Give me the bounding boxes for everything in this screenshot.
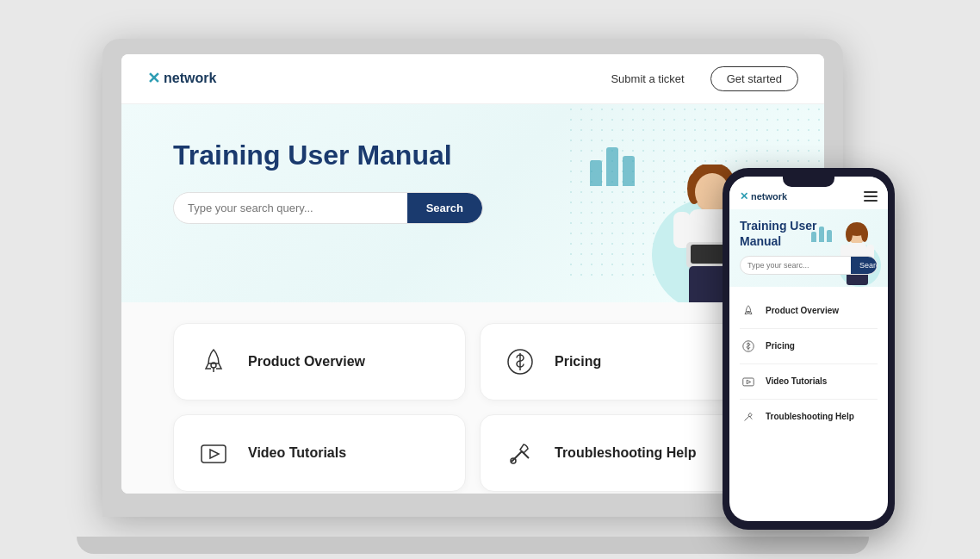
phone-woman-illustration [834, 222, 881, 287]
laptop-device: ✕ network Submit a ticket Get started Tr… [102, 39, 878, 538]
laptop-base [77, 537, 869, 554]
chart-bar-3 [623, 156, 635, 186]
phone-notch [783, 177, 834, 187]
logo-icon: ✕ [147, 69, 160, 88]
phone-list-label-troubleshooting: Troubleshooting Help [766, 412, 854, 421]
phone-list-item-video-tutorials[interactable]: Video Tutorials [740, 364, 878, 400]
hero-section: Training User Manual Search [121, 104, 824, 302]
phone-list-item-product-overview[interactable]: Product Overview [740, 294, 878, 329]
phone-woman-svg [834, 222, 881, 287]
phone-rocket-icon [740, 302, 757, 320]
cards-grid: Product Overview Pricing [121, 302, 824, 494]
phone-search-button[interactable]: Search [851, 257, 878, 274]
svg-rect-6 [673, 212, 691, 248]
phone-list-label-video-tutorials: Video Tutorials [766, 376, 827, 386]
nav-links: Submit a ticket Get started [611, 66, 798, 91]
card-product-overview[interactable]: Product Overview [173, 323, 466, 401]
phone-hero: Training User Manual Search [729, 209, 888, 287]
phone-logo-text: network [751, 191, 787, 202]
phone-list-label-product-overview: Product Overview [766, 306, 839, 315]
hamburger-menu-icon[interactable] [864, 191, 878, 202]
phone-logo: ✕ network [740, 190, 787, 202]
tools-icon [501, 434, 539, 472]
phone-list-label-pricing: Pricing [766, 341, 795, 351]
phone-search-input[interactable] [741, 257, 851, 274]
svg-line-31 [745, 416, 749, 420]
phone-list-item-pricing[interactable]: Pricing [740, 329, 878, 364]
dollar-icon [501, 343, 539, 381]
chart-bar-2 [606, 147, 618, 186]
svg-marker-15 [210, 450, 219, 458]
logo: ✕ network [147, 69, 216, 88]
svg-marker-30 [747, 380, 750, 383]
search-bar: Search [173, 192, 483, 224]
play-icon [195, 434, 233, 472]
hero-chart-decoration [590, 147, 635, 186]
svg-rect-14 [202, 445, 226, 463]
phone-search-bar: Search [740, 256, 878, 275]
phone-list-item-troubleshooting[interactable]: Troubleshooting Help [740, 400, 878, 434]
get-started-button[interactable]: Get started [710, 66, 798, 91]
svg-rect-29 [743, 378, 754, 386]
svg-line-16 [512, 451, 522, 462]
chart-bar-1 [590, 160, 602, 186]
phone-device: ✕ network Training User Manual Search [723, 168, 895, 530]
card-pricing-label: Pricing [555, 354, 601, 370]
laptop-screen: ✕ network Submit a ticket Get started Tr… [121, 54, 824, 494]
card-product-overview-label: Product Overview [248, 354, 365, 370]
phone-screen: ✕ network Training User Manual Search [729, 177, 888, 521]
phone-outer: ✕ network Training User Manual Search [723, 168, 895, 530]
phone-list: Product Overview Pricing [729, 287, 888, 441]
phone-play-icon [740, 373, 757, 390]
rocket-icon [195, 343, 233, 381]
svg-point-21 [846, 227, 853, 242]
phone-hero-title: Training User Manual [740, 218, 834, 249]
search-input[interactable] [174, 193, 407, 223]
card-video-tutorials[interactable]: Video Tutorials [173, 414, 466, 492]
logo-text: network [164, 71, 216, 86]
svg-line-17 [522, 451, 529, 458]
phone-logo-icon: ✕ [740, 190, 748, 202]
card-troubleshooting-label: Troubleshooting Help [555, 445, 696, 461]
phone-tools-icon [740, 408, 757, 425]
svg-point-27 [747, 311, 750, 314]
svg-point-22 [861, 227, 868, 242]
card-video-tutorials-label: Video Tutorials [248, 445, 346, 461]
search-button[interactable]: Search [407, 193, 482, 223]
phone-dollar-icon [740, 338, 757, 355]
hero-title: Training User Manual [173, 139, 586, 171]
screen-header: ✕ network Submit a ticket Get started [121, 54, 824, 104]
submit-ticket-link[interactable]: Submit a ticket [611, 72, 684, 85]
